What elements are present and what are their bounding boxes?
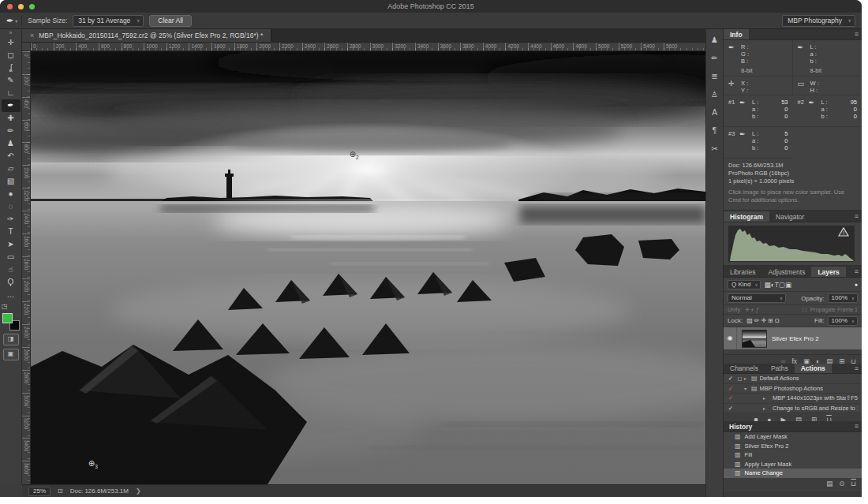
new-snapshot-icon[interactable]: ⊙ bbox=[839, 480, 844, 487]
vertical-ruler[interactable]: 0200400600800100012001400160018002000220… bbox=[22, 51, 31, 484]
tab-paths[interactable]: Paths bbox=[765, 364, 795, 373]
opacity-value[interactable]: 100% bbox=[828, 293, 858, 303]
move-tool[interactable]: ✛ bbox=[2, 36, 21, 49]
clone-source-panel-icon[interactable]: ♟ bbox=[711, 35, 718, 45]
horizontal-ruler[interactable]: 0200400600800100012001400160018002000220… bbox=[31, 43, 705, 51]
quick-selection-tool[interactable]: ✎ bbox=[2, 74, 21, 87]
filter-smart-objects-icon[interactable]: ▣ bbox=[785, 281, 791, 289]
close-tab-icon[interactable]: × bbox=[30, 32, 34, 39]
tab-history[interactable]: History bbox=[729, 423, 752, 431]
history-state-row[interactable]: ▥ Silver Efex Pro 2 bbox=[724, 442, 862, 451]
action-check-icon[interactable]: ✓ bbox=[726, 375, 735, 382]
tab-navigator[interactable]: Navigator bbox=[769, 211, 810, 222]
history-state-row[interactable]: ▥ Fill bbox=[724, 450, 862, 460]
action-row[interactable]: ✓ ▸ Change to sRGB and Resize to 1440px bbox=[724, 404, 862, 414]
histogram-graph[interactable]: ! bbox=[724, 222, 862, 267]
history-state-row[interactable]: ▥ Add Layer Mask bbox=[724, 432, 862, 442]
blend-mode-dropdown[interactable]: Normal bbox=[728, 293, 786, 303]
measurement-panel-icon[interactable]: ✂ bbox=[711, 144, 717, 154]
zoom-tool[interactable]: Ϙ bbox=[2, 276, 21, 289]
panel-menu-icon[interactable]: ≡ bbox=[855, 267, 859, 275]
default-swatches-icon[interactable]: ◳ bbox=[2, 303, 11, 310]
shape-tool[interactable]: ▭ bbox=[2, 251, 21, 263]
brush-tool[interactable]: ✏ bbox=[2, 125, 21, 137]
layer-thumbnail[interactable] bbox=[742, 330, 767, 348]
panel-menu-icon[interactable]: ≡ bbox=[855, 422, 859, 430]
workspace-dropdown[interactable]: MBP Photography bbox=[782, 15, 855, 27]
tab-layers[interactable]: Layers bbox=[811, 267, 845, 277]
tab-adjustments[interactable]: Adjustments bbox=[762, 267, 812, 277]
character-panel-icon[interactable]: A bbox=[712, 108, 717, 118]
lasso-tool[interactable]: ʆ bbox=[2, 62, 21, 74]
modal-control-icon[interactable]: ◻ bbox=[735, 375, 744, 382]
tab-libraries[interactable]: Libraries bbox=[724, 267, 762, 277]
lab-bit-depth[interactable]: 8-bit bbox=[810, 67, 858, 74]
tab-histogram[interactable]: Histogram bbox=[724, 211, 769, 222]
eyedropper-tool[interactable]: ✒ bbox=[2, 99, 21, 112]
brush-presets-panel-icon[interactable]: ≣ bbox=[711, 72, 717, 81]
history-state-row[interactable]: ▥ Name Change bbox=[724, 469, 862, 478]
clone-stamp-tool[interactable]: ♟ bbox=[2, 137, 21, 150]
clear-all-button[interactable]: Clear All bbox=[149, 15, 192, 27]
filter-shape-layers-icon[interactable]: ▢ bbox=[779, 281, 785, 289]
action-row[interactable]: ✓ ◻ ▸ ▤ Default Actions bbox=[724, 374, 862, 384]
layer-row[interactable]: ◉ Silver Efex Pro 2 bbox=[724, 327, 862, 349]
layer-filter-kind-dropdown[interactable]: Ϙ Kind bbox=[728, 280, 761, 289]
delete-state-icon[interactable]: ⊔ bbox=[851, 480, 856, 487]
lock-transparency-icon[interactable]: ▨ bbox=[746, 317, 753, 324]
tab-channels[interactable]: Channels bbox=[724, 364, 765, 373]
action-row[interactable]: ✓ ▸ MBP 1440x1023px with Stamp2 ⇧F5 bbox=[724, 394, 862, 404]
history-state-row[interactable]: ▥ Apply Layer Mask bbox=[724, 460, 862, 469]
sample-size-dropdown[interactable]: 31 by 31 Average bbox=[73, 15, 144, 27]
filter-pixel-layers-icon[interactable]: ▦ bbox=[764, 281, 770, 289]
layer-visibility-eye-icon[interactable]: ◉ bbox=[724, 327, 737, 349]
action-check-icon[interactable]: ✓ bbox=[726, 385, 735, 392]
history-brush-tool[interactable]: ↶ bbox=[2, 150, 21, 162]
action-row[interactable]: ✓ ▾ ▤ MBP Photoshop Actions bbox=[724, 384, 862, 394]
tab-info[interactable]: Info bbox=[724, 29, 749, 39]
brush-panel-icon[interactable]: ✏ bbox=[711, 54, 717, 63]
action-check-icon[interactable]: ✓ bbox=[726, 394, 735, 401]
lock-all-icon[interactable]: Ω bbox=[775, 317, 780, 324]
photo-canvas[interactable]: ⊕2 ⊕3 bbox=[31, 51, 705, 484]
quick-mask-button[interactable]: ◨ bbox=[3, 334, 19, 345]
toolbar-collapse-icon[interactable]: » bbox=[0, 29, 21, 36]
color-sampler-marker[interactable]: ⊕2 bbox=[350, 151, 359, 162]
document-tab[interactable]: × MBP_Hokkaido_20150114_7592.cr2 @ 25% (… bbox=[22, 29, 271, 42]
unify-icons[interactable]: ✛ ◐ ƒ bbox=[745, 307, 759, 313]
marquee-tool[interactable]: ◻ bbox=[2, 49, 21, 62]
rgb-bit-depth[interactable]: 8-bit bbox=[741, 67, 788, 74]
pen-tool[interactable]: ✑ bbox=[2, 213, 21, 226]
edit-toolbar[interactable]: … bbox=[2, 289, 21, 301]
panel-menu-icon[interactable]: ≡ bbox=[855, 30, 859, 38]
panel-menu-icon[interactable]: ≡ bbox=[855, 364, 859, 372]
panel-menu-icon[interactable]: ≡ bbox=[855, 212, 859, 220]
new-doc-from-state-icon[interactable]: ▤ bbox=[826, 480, 832, 487]
path-selection-tool[interactable]: ➤ bbox=[2, 238, 21, 251]
eraser-tool[interactable]: ▱ bbox=[2, 162, 21, 175]
type-tool[interactable]: T bbox=[2, 226, 21, 238]
layer-filter-toggle[interactable]: ● bbox=[855, 282, 858, 287]
blur-tool[interactable]: ● bbox=[2, 188, 21, 200]
screen-mode-button[interactable]: ▣ bbox=[3, 349, 19, 360]
ruler-origin[interactable] bbox=[22, 43, 31, 51]
hand-tool[interactable]: ☝ bbox=[2, 263, 21, 276]
expand-chevron-icon[interactable]: ▸ bbox=[744, 375, 751, 381]
propagate-checkbox[interactable]: ☐ bbox=[802, 307, 806, 313]
gradient-tool[interactable]: ▧ bbox=[2, 175, 21, 188]
expand-chevron-icon[interactable]: ▸ bbox=[744, 395, 770, 401]
tool-preset-picker[interactable]: ✒ ▾ bbox=[6, 16, 22, 26]
color-sampler-marker[interactable]: ⊕3 bbox=[88, 460, 98, 471]
fill-value[interactable]: 100% bbox=[828, 316, 858, 326]
export-icon[interactable]: ⊡ bbox=[58, 487, 63, 495]
tool-presets-panel-icon[interactable]: ♙ bbox=[711, 90, 718, 99]
lock-artboard-icon[interactable]: ⊞ bbox=[768, 317, 773, 324]
expand-chevron-icon[interactable]: ▾ bbox=[744, 386, 751, 391]
zoom-level-field[interactable]: 25% bbox=[28, 487, 51, 496]
lock-position-icon[interactable]: ✛ bbox=[761, 317, 766, 324]
layer-name[interactable]: Silver Efex Pro 2 bbox=[772, 335, 819, 342]
crop-tool[interactable]: ∟ bbox=[2, 87, 21, 99]
status-options-chevron[interactable]: ❯ bbox=[136, 487, 141, 495]
action-check-icon[interactable]: ✓ bbox=[726, 405, 735, 412]
lock-pixels-icon[interactable]: ✏ bbox=[754, 317, 760, 324]
